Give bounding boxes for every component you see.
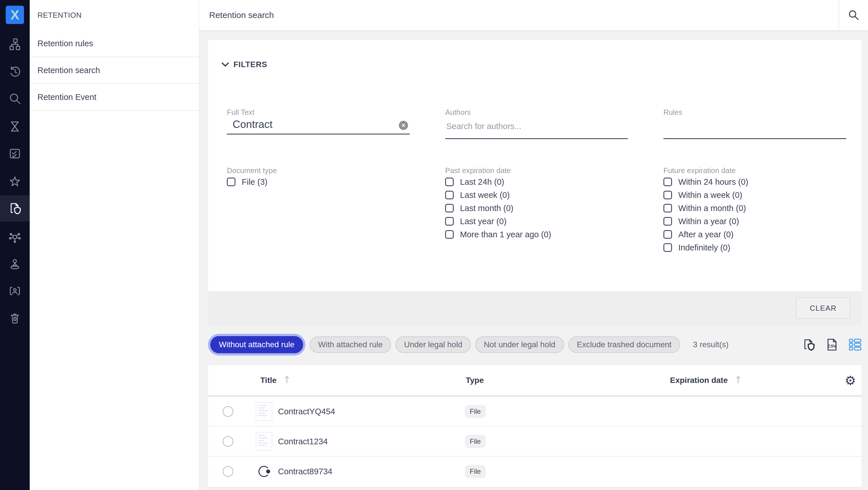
chip-not-under-legal-hold[interactable]: Not under legal hold (475, 336, 564, 353)
checkbox-within-a-year[interactable]: Within a year (0) (663, 215, 748, 228)
rail-item-history[interactable] (0, 58, 30, 85)
page-title: Retention search (209, 0, 274, 30)
sort-asc-icon: ↑ (283, 374, 291, 386)
chip-with-attached-rule[interactable]: With attached rule (310, 336, 392, 353)
checkbox[interactable] (663, 230, 672, 239)
hub-icon (8, 230, 22, 243)
checkbox-within-a-week[interactable]: Within a week (0) (663, 189, 748, 202)
table-row[interactable]: Contract89734 File (208, 457, 862, 487)
document-type-label: Document type (227, 166, 277, 175)
search-icon (848, 9, 860, 21)
checkbox-within-a-month[interactable]: Within a month (0) (663, 202, 748, 215)
rail-item-hourglass[interactable] (0, 113, 30, 140)
table-row[interactable]: Contract1234 File (208, 427, 862, 457)
checkbox[interactable] (445, 230, 454, 239)
sidebar-item-retention-event[interactable]: Retention Event (30, 84, 199, 111)
future-expiration-group: Future expiration date Within 24 hours (… (663, 166, 748, 254)
checkbox[interactable] (663, 204, 672, 213)
column-header-type: Type (466, 365, 484, 395)
full-text-input[interactable] (227, 117, 410, 134)
results-bar: Without attached rule With attached rule… (208, 336, 862, 354)
checkbox-last-24h[interactable]: Last 24h (0) (445, 175, 551, 189)
sort-asc-icon: ↑ (734, 374, 742, 386)
column-header-expiration[interactable]: Expiration date ↑ (670, 365, 742, 395)
filters-title: FILTERS (234, 60, 267, 69)
checkbox[interactable] (663, 243, 672, 252)
hourglass-icon (8, 120, 22, 133)
checkbox-within-24-hours[interactable]: Within 24 hours (0) (663, 175, 748, 189)
rules-label: Rules (663, 108, 846, 117)
document-thumbnail (256, 432, 272, 451)
document-title: Contract89734 (278, 457, 332, 487)
checkbox[interactable] (663, 191, 672, 199)
list-view-button[interactable] (848, 338, 862, 351)
document-title: ContractYQ454 (278, 397, 335, 427)
list-view-icon (848, 338, 862, 351)
rules-input[interactable] (663, 117, 846, 139)
checkbox[interactable] (227, 177, 236, 186)
filters-panel: FILTERS Full Text × Authors Rules Docume… (208, 40, 862, 291)
export-csv-icon: CSV (825, 338, 839, 352)
checkbox-after-a-year[interactable]: After a year (0) (663, 228, 748, 241)
row-radio[interactable] (223, 466, 234, 477)
tasks-icon (8, 147, 22, 160)
type-badge: File (465, 405, 486, 418)
export-csv-button[interactable]: CSV (825, 338, 839, 352)
attach-rule-button[interactable] (802, 338, 815, 352)
rail-item-sitemap[interactable] (0, 31, 30, 57)
sidebar-title: RETENTION (37, 11, 82, 20)
row-radio[interactable] (223, 406, 234, 417)
rail-item-tasks[interactable] (0, 140, 30, 166)
retention-sidebar: RETENTION Retention rules Retention sear… (30, 0, 199, 490)
table-row[interactable]: ContractYQ454 File (208, 397, 862, 427)
app-rail: X (0, 0, 30, 490)
checkbox[interactable] (663, 177, 672, 186)
clear-filters-button[interactable]: CLEAR (796, 298, 850, 319)
chip-exclude-trashed-document[interactable]: Exclude trashed document (568, 336, 680, 353)
checkbox[interactable] (663, 217, 672, 226)
topbar: Retention search (199, 0, 868, 30)
document-title: Contract1234 (278, 427, 328, 457)
retention-shield-icon (8, 202, 22, 215)
checkbox-indefinitely[interactable]: Indefinitely (0) (663, 241, 748, 254)
checkbox-last-year[interactable]: Last year (0) (445, 215, 551, 228)
chip-under-legal-hold[interactable]: Under legal hold (396, 336, 471, 353)
checkbox-more-than-1-year[interactable]: More than 1 year ago (0) (445, 228, 551, 241)
type-badge: File (465, 465, 486, 478)
results-table: Title ↑ Type Expiration date ↑ ⚙ Contrac… (208, 365, 862, 487)
checkbox[interactable] (445, 191, 454, 199)
rail-item-hub[interactable] (0, 223, 30, 250)
checkbox-file[interactable]: File (3) (227, 175, 277, 189)
checkbox[interactable] (445, 177, 454, 186)
authors-field: Authors (445, 108, 628, 139)
checkbox-last-week[interactable]: Last week (0) (445, 189, 551, 202)
rail-item-retention[interactable] (0, 195, 30, 222)
sidebar-item-retention-rules[interactable]: Retention rules (30, 30, 199, 57)
future-expiration-label: Future expiration date (663, 166, 748, 175)
document-thumbnail (256, 402, 272, 421)
sidebar-item-retention-search[interactable]: Retention search (30, 57, 199, 84)
full-text-field: Full Text × (227, 108, 410, 134)
checkbox[interactable] (445, 217, 454, 226)
global-search-button[interactable] (839, 0, 868, 30)
gear-icon[interactable]: ⚙ (845, 365, 856, 395)
filters-toggle[interactable]: FILTERS (221, 60, 267, 69)
chip-without-attached-rule[interactable]: Without attached rule (210, 336, 303, 353)
result-count: 3 result(s) (693, 340, 728, 349)
authors-input[interactable] (445, 117, 628, 139)
authors-label: Authors (445, 108, 628, 117)
column-header-title[interactable]: Title ↑ (260, 365, 291, 395)
checkbox-last-month[interactable]: Last month (0) (445, 202, 551, 215)
clear-icon[interactable]: × (399, 121, 408, 130)
rules-field: Rules (663, 108, 846, 139)
rail-item-trash[interactable] (0, 305, 30, 331)
table-header: Title ↑ Type Expiration date ↑ ⚙ (208, 365, 862, 397)
rail-item-favorites[interactable] (0, 168, 30, 194)
rail-item-search[interactable] (0, 86, 30, 112)
past-expiration-group: Past expiration date Last 24h (0) Last w… (445, 166, 551, 241)
row-radio[interactable] (223, 436, 234, 447)
checkbox[interactable] (445, 204, 454, 213)
rail-item-user-presence[interactable] (0, 251, 30, 277)
rail-item-id-card[interactable] (0, 277, 30, 304)
app-logo[interactable]: X (6, 6, 24, 24)
